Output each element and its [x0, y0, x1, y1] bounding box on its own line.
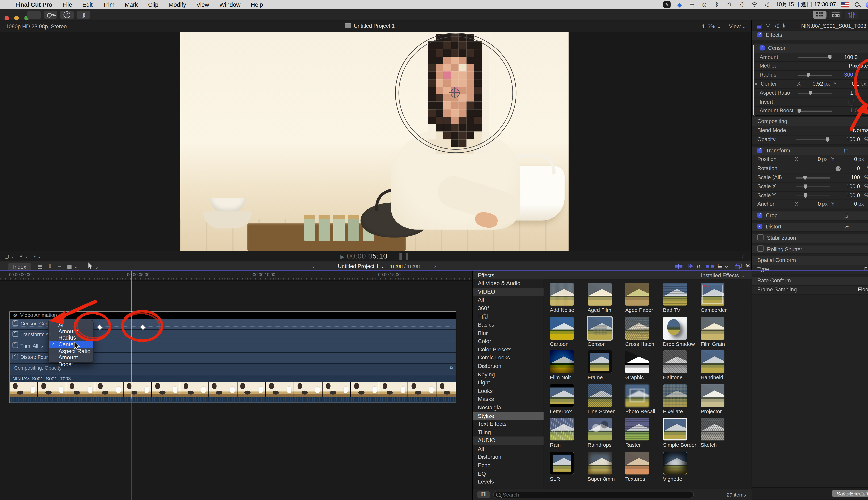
checkbox-icon[interactable]: [12, 354, 18, 360]
section-header-rolling-shutter[interactable]: Rolling Shutter: [752, 245, 868, 254]
effect-item-raindrops[interactable]: Raindrops: [587, 418, 621, 448]
effect-thumbnail[interactable]: [550, 384, 574, 407]
category-distortion[interactable]: Distortion: [473, 453, 544, 462]
checkbox-icon[interactable]: [760, 45, 765, 50]
effect-item-letterbox[interactable]: Letterbox: [550, 384, 584, 414]
effect-item-drop-shadow[interactable]: Drop Shadow: [663, 317, 697, 347]
section-header-compositing[interactable]: Compositing: [752, 117, 868, 126]
connect-edit-icon[interactable]: ⬒: [37, 263, 43, 269]
effect-item-textures[interactable]: Textures: [625, 452, 659, 481]
category-masks[interactable]: Masks: [473, 395, 544, 404]
param-row-opacity[interactable]: Opacity100.0%◇: [752, 135, 868, 145]
menu-item-mark[interactable]: Mark: [119, 1, 143, 8]
bluetooth-icon[interactable]: ᛒ: [713, 1, 721, 8]
param-slider[interactable]: [796, 178, 830, 178]
disclosure-icon[interactable]: ▶: [755, 80, 758, 88]
effect-item-censor[interactable]: Censor: [587, 317, 621, 347]
effect-item-camcorder[interactable]: ▪RECCamcorder: [701, 283, 735, 313]
context-menu-item-amount[interactable]: Amount: [49, 328, 93, 335]
viewer-zoom-dropdown[interactable]: 116% ⌄: [702, 23, 721, 30]
effect-thumbnail[interactable]: [625, 317, 649, 339]
effect-item-halftone[interactable]: Halftone: [663, 350, 697, 380]
checkbox-icon[interactable]: [12, 342, 18, 348]
siri-icon[interactable]: [866, 1, 868, 8]
effect-thumbnail[interactable]: [587, 350, 611, 373]
param-slider[interactable]: [796, 195, 830, 196]
checkbox-icon[interactable]: [757, 32, 762, 37]
param-value[interactable]: 0: [800, 200, 821, 209]
category-levels[interactable]: Levels: [473, 478, 544, 486]
menu-item-window[interactable]: Window: [214, 1, 245, 8]
effect-thumbnail[interactable]: [663, 283, 687, 306]
section-header-spatial-conform[interactable]: Spatial Conform: [752, 257, 868, 265]
param-popup[interactable]: Floor: [858, 286, 868, 294]
category-blur[interactable]: Blur: [473, 329, 544, 338]
menu-item-file[interactable]: File: [57, 1, 77, 8]
context-menu-item-amount-boost[interactable]: Amount Boost: [49, 354, 93, 361]
transitions-icon[interactable]: ⋈: [745, 262, 751, 269]
param-row-method[interactable]: MethodPixelate▲▼: [754, 62, 868, 71]
clip-audio-waveform[interactable]: [10, 397, 456, 402]
chip-icon[interactable]: ▤: [688, 1, 696, 8]
category-stylize[interactable]: Stylize: [473, 412, 544, 420]
browser-grid-button[interactable]: [813, 11, 826, 19]
effect-item-simple-border[interactable]: Simple Border: [663, 418, 697, 448]
param-row-type[interactable]: TypeFit▲▼: [752, 265, 868, 274]
effect-thumbnail[interactable]: [587, 452, 611, 474]
effect-thumbnail[interactable]: [663, 418, 687, 441]
audio-skimming-icon[interactable]: [686, 263, 694, 270]
effect-item-film-grain[interactable]: Film Grain: [701, 317, 735, 347]
keyboard-flag-icon[interactable]: [841, 2, 849, 7]
param-slider[interactable]: [798, 75, 832, 76]
section-header-crop[interactable]: Crop⿴: [752, 212, 868, 220]
menu-item-modify[interactable]: Modify: [163, 1, 191, 8]
effect-thumbnail[interactable]: [663, 317, 687, 339]
airplay-icon[interactable]: ⟰: [726, 1, 733, 8]
section-header-rate-conform[interactable]: Rate Conform: [752, 276, 868, 286]
category--[interactable]: 自訂: [473, 312, 544, 321]
param-value[interactable]: 0: [837, 200, 857, 209]
section-header-censor[interactable]: Censor: [754, 44, 868, 53]
effect-item-raster[interactable]: Raster: [625, 418, 659, 448]
checkbox-icon[interactable]: [757, 213, 762, 218]
context-menu-item-aspect-ratio[interactable]: Aspect Ratio: [49, 348, 93, 354]
solo-icon[interactable]: ∩: [697, 262, 700, 269]
minimize-window-icon[interactable]: [14, 16, 19, 20]
param-slider[interactable]: [796, 186, 830, 187]
viewer-view-dropdown[interactable]: View ⌄: [729, 23, 746, 30]
param-row-radius[interactable]: Radius300.0◇: [754, 71, 868, 80]
param-value[interactable]: -0.52: [803, 80, 823, 88]
param-value[interactable]: 1.0: [850, 89, 858, 97]
censor-center-handle[interactable]: [451, 88, 460, 98]
param-row-center[interactable]: Center▶X-0.52pxY-0.1px»◇: [754, 80, 868, 89]
snapping-icon[interactable]: [706, 263, 714, 270]
param-value[interactable]: 0: [800, 156, 821, 164]
code-icon[interactable]: ⟨⟩: [738, 1, 745, 8]
previous-project-icon[interactable]: ‹: [312, 263, 314, 269]
section-header-stabilization[interactable]: Stabilization: [752, 234, 868, 243]
param-slider[interactable]: [798, 111, 832, 112]
audio-inspector-icon[interactable]: ◁): [774, 23, 779, 29]
show-connections-icon[interactable]: [735, 263, 742, 270]
section-header-effects[interactable]: Effects: [752, 31, 868, 40]
effect-item-handheld[interactable]: Handheld: [701, 350, 735, 380]
menu-item-edit[interactable]: Edit: [77, 1, 98, 8]
index-button[interactable]: Index: [8, 263, 32, 270]
effect-thumbnail[interactable]: [587, 317, 611, 339]
effect-item-film-noir[interactable]: Film Noir: [550, 350, 584, 380]
category-distortion[interactable]: Distortion: [473, 362, 544, 371]
distort-icon[interactable]: ▱: [845, 223, 848, 231]
append-edit-icon[interactable]: ⊟: [57, 263, 62, 269]
param-value[interactable]: 0: [837, 156, 857, 164]
skimming-icon[interactable]: [675, 263, 683, 270]
param-value[interactable]: 100.0: [844, 53, 858, 61]
category-all[interactable]: All: [473, 445, 544, 453]
param-row-position[interactable]: PositionX0pxY0px◇: [752, 156, 868, 164]
param-slider[interactable]: [796, 139, 830, 140]
effect-thumbnail[interactable]: [701, 418, 724, 441]
background-tasks-button[interactable]: ✓: [60, 11, 73, 19]
menu-item-help[interactable]: Help: [245, 1, 268, 8]
param-row-blend-mode[interactable]: Blend ModeNormal▲▼: [752, 126, 868, 135]
category-color-presets[interactable]: Color Presets: [473, 346, 544, 354]
effect-thumbnail[interactable]: [663, 384, 687, 407]
